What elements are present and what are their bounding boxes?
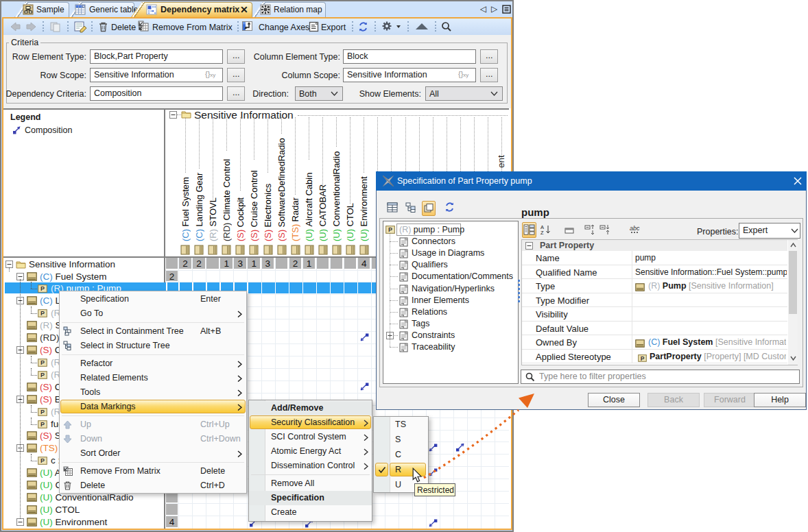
svg-text:P: P bbox=[40, 359, 45, 366]
svg-text:P: P bbox=[40, 372, 45, 378]
svg-text:abc: abc bbox=[630, 225, 640, 232]
svg-text:P: P bbox=[388, 226, 392, 233]
svg-text:P: P bbox=[40, 310, 45, 317]
svg-text:Z: Z bbox=[540, 230, 544, 235]
svg-text:ent: ent bbox=[496, 155, 506, 168]
svg-text:P: P bbox=[40, 285, 45, 292]
svg-text:P: P bbox=[40, 421, 45, 428]
svg-text:P: P bbox=[40, 457, 45, 464]
svg-text:P: P bbox=[40, 409, 45, 415]
svg-text:P: P bbox=[641, 354, 645, 361]
